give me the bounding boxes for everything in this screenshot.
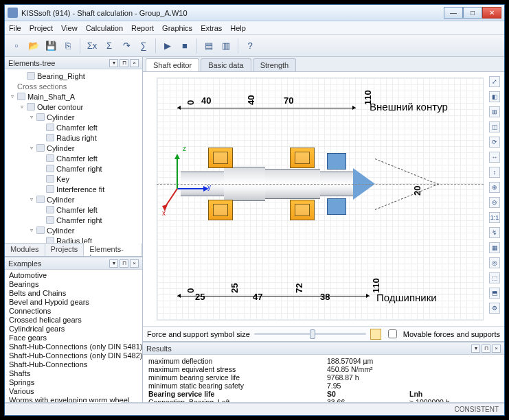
tab-modules[interactable]: Modules bbox=[5, 244, 45, 256]
menu-calculation[interactable]: Calculation bbox=[86, 24, 123, 32]
minimize-button[interactable]: — bbox=[444, 7, 463, 19]
example-item[interactable]: Belts and Chains bbox=[9, 289, 138, 298]
gfx-tool-icon[interactable]: ⚙ bbox=[489, 303, 500, 314]
tree-item[interactable]: Chamfer left bbox=[5, 153, 142, 163]
gfx-tool-icon[interactable]: ↔ bbox=[489, 152, 500, 163]
sigma-button[interactable]: Σ bbox=[102, 38, 117, 54]
example-item[interactable]: Worms with enveloping worm wheel bbox=[9, 396, 138, 402]
example-item[interactable]: Shaft-Hub-Connections (only DIN 5482) bbox=[9, 351, 138, 360]
stop-button[interactable]: ■ bbox=[177, 38, 192, 54]
tree-item[interactable]: Chamfer left bbox=[5, 205, 142, 215]
tree-item[interactable]: Radius right bbox=[5, 132, 142, 143]
menu-help[interactable]: Help bbox=[230, 24, 246, 32]
tree-item[interactable]: Bearing_Right bbox=[5, 71, 142, 81]
gfx-tool-icon[interactable]: ⊞ bbox=[489, 106, 500, 117]
menu-view[interactable]: View bbox=[61, 24, 78, 32]
gfx-tool-icon[interactable]: ⊕ bbox=[489, 182, 500, 193]
symbol-size-slider[interactable] bbox=[254, 333, 366, 335]
doc2-button[interactable]: ▥ bbox=[218, 38, 234, 54]
menu-project[interactable]: Project bbox=[30, 24, 53, 32]
tree-item[interactable]: Chamfer right bbox=[5, 163, 142, 174]
gfx-tool-icon[interactable]: 1:1 bbox=[489, 212, 500, 223]
tab-projects[interactable]: Projects bbox=[45, 244, 84, 256]
gfx-tool-icon[interactable]: ↯ bbox=[489, 227, 500, 238]
warn-icon[interactable] bbox=[370, 329, 381, 340]
bearing-top-right[interactable] bbox=[290, 148, 315, 168]
sum-button[interactable]: ∑ bbox=[136, 38, 151, 54]
pane-close-icon[interactable]: × bbox=[492, 345, 501, 353]
gfx-tool-icon[interactable]: ↕ bbox=[489, 167, 500, 178]
redo-button[interactable]: ↷ bbox=[119, 38, 134, 54]
left-pane-tabs[interactable]: ModulesProjectsElements-tree bbox=[5, 243, 142, 256]
graphics-toolstrip[interactable]: ⤢◧⊞◫⟳↔↕⊕⊖1:1↯▦◎⬚⬒⚙ bbox=[488, 76, 501, 322]
gfx-tool-icon[interactable]: ▦ bbox=[489, 242, 500, 253]
gfx-tool-icon[interactable]: ⬒ bbox=[489, 288, 500, 299]
gfx-tool-icon[interactable]: ◎ bbox=[489, 257, 500, 268]
example-item[interactable]: Face gears bbox=[9, 334, 138, 342]
results-header[interactable]: Results ▾ ⊓ × bbox=[143, 342, 504, 355]
gfx-tool-icon[interactable]: ◫ bbox=[489, 121, 500, 132]
example-item[interactable]: Connections bbox=[9, 307, 138, 316]
editor-tab-basic-data[interactable]: Basic data bbox=[201, 58, 251, 71]
pane-pin-icon[interactable]: ⊓ bbox=[120, 259, 128, 268]
close-button[interactable]: ✕ bbox=[482, 7, 501, 19]
tree-item[interactable]: ▿Main_Shaft_A bbox=[5, 91, 142, 102]
toolbar[interactable]: ▫📂💾⎘ΣxΣ↷∑▶■▤▥? bbox=[5, 35, 504, 57]
tree-item[interactable]: ▿Outer contour bbox=[5, 102, 142, 112]
bearing-bottom-left[interactable] bbox=[208, 200, 233, 220]
doc1-button[interactable]: ▤ bbox=[201, 38, 216, 54]
tree-item[interactable]: Chamfer left bbox=[5, 122, 142, 132]
examples-list[interactable]: AutomotiveBearingsBelts and ChainsBevel … bbox=[5, 270, 142, 402]
pane-menu-icon[interactable]: ▾ bbox=[471, 345, 480, 353]
maximize-button[interactable]: □ bbox=[463, 7, 482, 19]
example-item[interactable]: Bevel and Hypoid gears bbox=[9, 298, 138, 307]
support-top[interactable] bbox=[327, 153, 346, 170]
saveall-button[interactable]: ⎘ bbox=[60, 38, 76, 54]
example-item[interactable]: Springs bbox=[9, 378, 138, 387]
elements-tree[interactable]: Bearing_RightCross sections▿Main_Shaft_A… bbox=[5, 69, 142, 243]
pane-menu-icon[interactable]: ▾ bbox=[109, 259, 118, 268]
example-item[interactable]: Bearings bbox=[9, 280, 138, 289]
elements-tree-header[interactable]: Elements-tree ▾ ⊓ × bbox=[5, 57, 142, 69]
pane-pin-icon[interactable]: ⊓ bbox=[120, 59, 128, 67]
gfx-tool-icon[interactable]: ⊖ bbox=[489, 197, 500, 208]
editor-tab-strength[interactable]: Strength bbox=[253, 58, 297, 71]
example-item[interactable]: Shaft-Hub-Connections (only DIN 5481) bbox=[9, 342, 138, 351]
example-item[interactable]: Shaft-Hub-Connections bbox=[9, 360, 138, 369]
gfx-tool-icon[interactable]: ⤢ bbox=[489, 76, 500, 87]
tree-item[interactable]: Radius left bbox=[5, 235, 142, 243]
pane-close-icon[interactable]: × bbox=[130, 259, 139, 268]
pane-pin-icon[interactable]: ⊓ bbox=[482, 345, 490, 353]
gfx-tool-icon[interactable]: ⬚ bbox=[489, 272, 500, 283]
example-item[interactable]: Automotive bbox=[9, 271, 138, 280]
shaft-canvas[interactable]: 0 40 40 70 110 Внешний контур bbox=[143, 72, 504, 326]
calc-button[interactable]: Σx bbox=[84, 38, 100, 54]
pane-menu-icon[interactable]: ▾ bbox=[109, 59, 118, 67]
tree-item[interactable]: ▿Cylinder bbox=[5, 194, 142, 205]
pane-close-icon[interactable]: × bbox=[130, 59, 139, 67]
examples-header[interactable]: Examples ▾ ⊓ × bbox=[5, 257, 142, 270]
menu-graphics[interactable]: Graphics bbox=[162, 24, 192, 32]
tab-elements-tree[interactable]: Elements-tree bbox=[84, 243, 142, 256]
menu-extras[interactable]: Extras bbox=[201, 24, 222, 32]
help-button[interactable]: ? bbox=[242, 38, 258, 54]
example-item[interactable]: Cylindrical gears bbox=[9, 325, 138, 334]
menubar[interactable]: FileProjectViewCalculationReportGraphics… bbox=[5, 21, 504, 35]
editor-tab-shaft-editor[interactable]: Shaft editor bbox=[146, 58, 199, 71]
tree-item[interactable]: Chamfer right bbox=[5, 215, 142, 225]
tree-item[interactable]: Cross sections bbox=[5, 81, 142, 91]
tree-item[interactable]: Key bbox=[5, 174, 142, 184]
bearing-top-left[interactable] bbox=[208, 148, 233, 168]
menu-file[interactable]: File bbox=[9, 24, 21, 32]
open-button[interactable]: 📂 bbox=[26, 38, 41, 54]
support-bottom[interactable] bbox=[327, 198, 346, 215]
save-button[interactable]: 💾 bbox=[43, 38, 58, 54]
run-button[interactable]: ▶ bbox=[160, 38, 175, 54]
example-item[interactable]: Various bbox=[9, 387, 138, 396]
tree-item[interactable]: ▿Cylinder bbox=[5, 143, 142, 153]
titlebar[interactable]: KISSsoft (914) - Shaft calculation - Gro… bbox=[5, 5, 504, 21]
editor-tabs[interactable]: Shaft editorBasic dataStrength bbox=[143, 57, 504, 72]
example-item[interactable]: Shafts bbox=[9, 369, 138, 378]
tree-item[interactable]: ▿Cylinder bbox=[5, 112, 142, 122]
example-item[interactable]: Crossed helical gears bbox=[9, 316, 138, 325]
